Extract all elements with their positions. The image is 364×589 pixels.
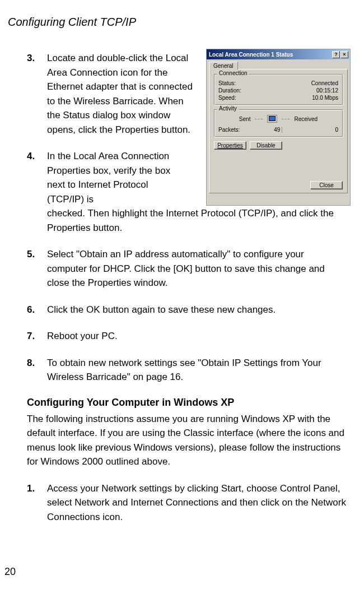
page-header: Configuring Client TCP/IP (8, 16, 351, 29)
step-text: Access your Network settings by clicking… (47, 481, 346, 525)
section-heading: Configuring Your Computer in Windows XP (27, 397, 351, 409)
dialog-content: Connection Status:Connected Duration:00:… (209, 69, 348, 193)
step-4: 4. In the Local Area Connection Properti… (27, 149, 196, 206)
dash-icon (282, 119, 290, 119)
connection-group: Connection Status:Connected Duration:00:… (214, 74, 343, 105)
received-label: Received (294, 116, 318, 122)
packets-sent-value: 49 (274, 127, 280, 133)
duration-label: Duration: (218, 87, 241, 94)
status-dialog-screenshot: Local Area Connection 1 Status ? × Gener… (206, 49, 351, 206)
activity-label: Activity (217, 105, 239, 112)
sent-label: Sent (239, 116, 251, 122)
packets-label: Packets: (218, 127, 240, 133)
step-6: 6. Click the OK button again to save the… (27, 303, 346, 317)
close-x-button[interactable]: × (340, 51, 348, 58)
speed-value: 10.0 Mbps (312, 95, 338, 101)
substep-1: 1. Access your Network settings by click… (27, 481, 346, 525)
section-paragraph: The following instructions assume you ar… (27, 412, 346, 469)
step-4-continued: checked. Then highlight the Internet Pro… (27, 206, 346, 235)
help-button[interactable]: ? (332, 51, 340, 58)
status-value: Connected (311, 80, 338, 86)
dash-icon (255, 119, 263, 119)
properties-button[interactable]: Properties (214, 141, 246, 150)
step-number: 6. (27, 303, 47, 317)
disable-button[interactable]: Disable (250, 141, 282, 150)
step-text: To obtain new network settings see "Obta… (47, 356, 346, 384)
connection-label: Connection (217, 70, 249, 76)
step-text: In the Local Area Connection Properties … (47, 149, 181, 206)
step-number: 7. (27, 329, 47, 344)
tab-general[interactable]: General (209, 62, 238, 69)
computer-icon (267, 115, 277, 123)
step-number: 3. (27, 51, 47, 137)
step-number: 8. (27, 356, 47, 384)
step-number: 4. (27, 149, 47, 206)
step-5: 5. Select "Obtain an IP address automati… (27, 247, 346, 290)
packets-received-value: 0 (335, 127, 338, 133)
step-text: Click the OK button again to save these … (47, 303, 346, 317)
activity-group: Activity Sent Received Packets: 49 | 0 (214, 109, 343, 137)
speed-label: Speed: (218, 95, 236, 101)
step-3: 3. Locate and double-click the Local Are… (27, 51, 196, 137)
step-number: 1. (27, 481, 47, 525)
step-8: 8. To obtain new network settings see "O… (27, 356, 346, 384)
dialog-title: Local Area Connection 1 Status (209, 52, 332, 58)
close-button[interactable]: Close (310, 181, 343, 189)
duration-value: 00:15:12 (316, 87, 338, 94)
step-text: Locate and double-click the Local Area C… (47, 51, 196, 137)
step-text: Select "Obtain an IP address automatical… (47, 247, 346, 290)
step-number: 5. (27, 247, 47, 290)
dialog-titlebar: Local Area Connection 1 Status ? × (207, 49, 350, 59)
step-text: Reboot your PC. (47, 329, 346, 344)
status-label: Status: (218, 80, 236, 86)
step-7: 7. Reboot your PC. (27, 329, 346, 344)
page-number: 20 (4, 566, 16, 578)
